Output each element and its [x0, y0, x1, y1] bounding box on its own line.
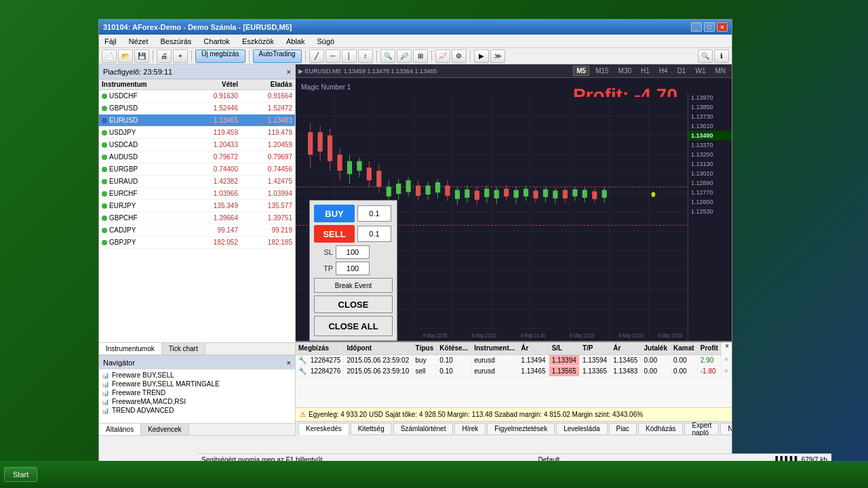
tab-kedvencek[interactable]: Kedvencek	[141, 424, 189, 435]
mw-bid-gbpjpy: 182.052	[184, 239, 238, 246]
menu-window[interactable]: Ablak	[283, 36, 308, 47]
btab-naplo[interactable]: Napló	[720, 423, 732, 435]
tb-search[interactable]: 🔍	[698, 49, 713, 63]
td-close-0[interactable]: ×	[721, 354, 731, 365]
th-swap: Kamat	[671, 342, 698, 354]
tb-expert[interactable]: ▶	[474, 49, 489, 63]
maximize-button[interactable]: □	[704, 22, 715, 32]
tf-m15[interactable]: M15	[592, 66, 612, 76]
mw-row-eurgbp[interactable]: EURGBP 0.74400 0.74456	[99, 163, 295, 176]
mw-row-audusd[interactable]: AUDUSD 0.79672 0.79697	[99, 151, 295, 163]
svg-text:6 May 23:10: 6 May 23:10	[619, 332, 644, 339]
mw-row-usdcad[interactable]: USDCAD 1.20433 1.20459	[99, 139, 295, 151]
btab-hirek[interactable]: Hírek	[454, 423, 486, 435]
btab-kereskedés[interactable]: Kereskedés	[298, 423, 349, 435]
tp-input[interactable]: 100	[336, 262, 370, 275]
mw-row-usdchf[interactable]: USDCHF 0.91630 0.91664	[99, 90, 295, 102]
td-close-1[interactable]: ×	[721, 365, 731, 376]
buy-qty-input[interactable]: 0.1	[357, 205, 391, 222]
navigator-header: Navigátor ×	[99, 356, 295, 369]
tb-zoom-in[interactable]: +	[173, 49, 188, 63]
nav-item-1[interactable]: 📊 Freeware BUY,SELL MARTINGALE	[102, 380, 292, 388]
close-all-button[interactable]: CLOSE ALL	[314, 316, 393, 336]
tb-more[interactable]: ≫	[490, 49, 505, 63]
svg-rect-71	[533, 190, 538, 198]
main-toolbar: 📄 📂 💾 🖨 + Új megbízás AutoTrading ╱ ─ │ …	[99, 48, 732, 64]
menu-help[interactable]: Súgó	[314, 36, 337, 47]
btab-expert-naplo[interactable]: Expert napló	[684, 423, 719, 435]
menu-view[interactable]: Nézet	[126, 36, 151, 47]
tf-h4[interactable]: H4	[656, 66, 671, 76]
mw-row-euraud[interactable]: EURAUD 1.42382 1.42475	[99, 176, 295, 188]
td-comm-1: 0.00	[641, 365, 671, 376]
tf-m30[interactable]: M30	[615, 66, 635, 76]
tf-h1[interactable]: H1	[637, 66, 653, 76]
nav-item-0[interactable]: 📊 Freeware BUY,SELL	[102, 371, 292, 380]
minimize-button[interactable]: _	[691, 22, 702, 32]
btab-levelelada[interactable]: Levelesláda	[556, 423, 607, 435]
tb-save[interactable]: 💾	[134, 49, 149, 63]
buy-button[interactable]: BUY	[314, 205, 355, 222]
tb-zoom-in2[interactable]: 🔎	[397, 49, 412, 63]
auto-trading-button[interactable]: AutoTrading	[253, 49, 302, 63]
mw-ask-usdcad: 1.20459	[238, 141, 292, 148]
btab-kitettseg[interactable]: Kitettség	[351, 423, 392, 435]
svg-rect-37	[367, 167, 372, 180]
tf-d1[interactable]: D1	[674, 66, 690, 76]
btab-kodhazas[interactable]: Kódházás	[638, 423, 683, 435]
sell-qty-input[interactable]: 0.1	[357, 226, 391, 242]
break-event-button[interactable]: Break Event	[314, 278, 393, 293]
tf-m5[interactable]: M5	[573, 66, 589, 76]
dot-usdjpy	[102, 130, 107, 136]
menu-file[interactable]: Fájl	[102, 36, 119, 47]
mw-row-cadjpy[interactable]: CADJPY 99.147 99.219	[99, 224, 295, 237]
mw-row-eurusd[interactable]: EURUSD 1.13465 1.13483	[99, 115, 295, 127]
mw-row-gbpjpy[interactable]: GBPJPY 182.052 182.185	[99, 237, 295, 249]
mw-row-gbpchf[interactable]: GBPCHF 1.39664 1.39751	[99, 212, 295, 224]
tab-instrumentumok[interactable]: Instrumentumok	[99, 343, 162, 354]
mw-row-eurchf[interactable]: EURCHF 1.03966 1.03994	[99, 188, 295, 200]
menu-insert[interactable]: Beszúrás	[157, 36, 194, 47]
tb-print[interactable]: 🖨	[157, 49, 172, 63]
tb-zoom-out[interactable]: 🔍	[380, 49, 395, 63]
tb-vline[interactable]: │	[342, 49, 357, 63]
nav-item-2[interactable]: 📊 Freeware TREND	[102, 388, 292, 397]
menu-charts[interactable]: Chartok	[201, 36, 233, 47]
table-row[interactable]: 🔧 12284275 2015.05.06 23:59:02 buy 0.10 …	[296, 354, 732, 365]
tb-new[interactable]: 📄	[102, 49, 117, 63]
tb-fib[interactable]: ↕	[358, 49, 373, 63]
nav-item-4[interactable]: 📊 TREND ADVANCED	[102, 406, 292, 415]
tf-mn[interactable]: MN	[711, 66, 729, 76]
new-order-button[interactable]: Új megbízás	[195, 49, 245, 63]
tf-w1[interactable]: W1	[692, 66, 709, 76]
mw-row-eurjpy[interactable]: EURJPY 135.349 135.577	[99, 200, 295, 212]
tb-settings[interactable]: ⚙	[452, 49, 467, 63]
btab-piac[interactable]: Piac	[609, 423, 637, 435]
mw-row-gbpusd[interactable]: GBPUSD 1.52446 1.52472	[99, 102, 295, 115]
td-symbol-1: eurusd	[471, 365, 518, 376]
tb-hline[interactable]: ─	[326, 49, 340, 63]
close-button-trade[interactable]: CLOSE	[314, 296, 393, 313]
tb-indicator[interactable]: 📈	[435, 49, 450, 63]
mw-row-usdjpy[interactable]: USDJPY 119.459 119.479	[99, 127, 295, 139]
table-row[interactable]: 🔧 12284276 2015.05.06 23:59:10 sell 0.10…	[296, 365, 732, 376]
sell-button[interactable]: SELL	[314, 225, 355, 243]
tb-info[interactable]: ℹ	[714, 49, 729, 63]
market-watch-close[interactable]: ×	[287, 68, 291, 76]
btab-figyelmeztetesek[interactable]: Figyelmeztetések	[487, 423, 555, 435]
nav-item-3[interactable]: 📊 FreewareMA,MACD,RSI	[102, 397, 292, 406]
start-button[interactable]: Start	[4, 467, 37, 482]
close-button[interactable]: ×	[717, 22, 728, 32]
bottom-panel-close[interactable]: ×	[725, 342, 729, 350]
tab-tick-chart[interactable]: Tick chart	[162, 343, 205, 354]
tp-row: TP 100	[314, 262, 393, 275]
tab-altalanos[interactable]: Általános	[99, 424, 141, 435]
tb-grid[interactable]: ⊞	[413, 49, 428, 63]
th-lot: Kötése...	[437, 342, 471, 354]
tb-line[interactable]: ╱	[309, 49, 324, 63]
tb-open[interactable]: 📂	[118, 49, 133, 63]
btab-szamlalortenet[interactable]: Számlalörténet	[393, 423, 454, 435]
menu-tools[interactable]: Eszközök	[239, 36, 277, 47]
navigator-close[interactable]: ×	[287, 359, 291, 367]
sl-input[interactable]: 100	[336, 245, 370, 259]
